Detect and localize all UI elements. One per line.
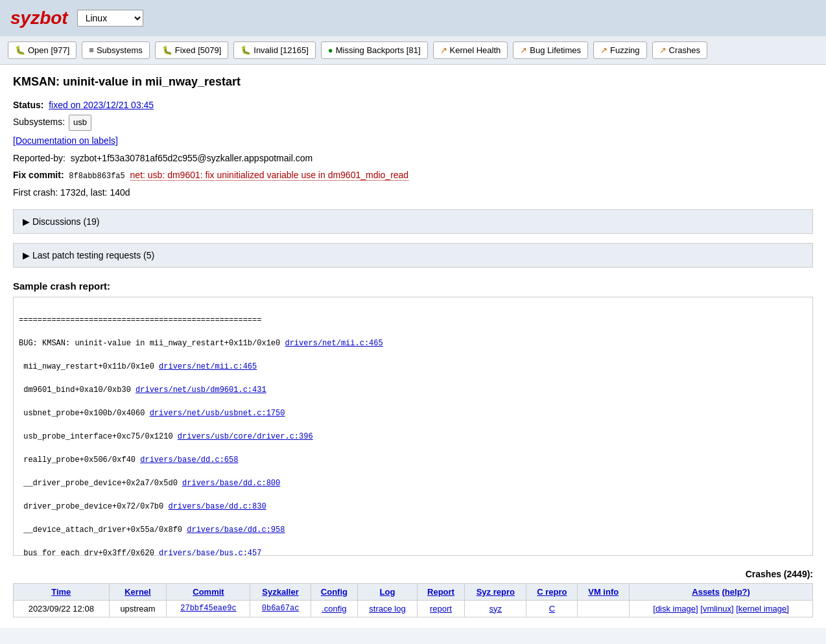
site-logo[interactable]: syzbot xyxy=(10,8,68,29)
sample-crash-section: Sample crash report: ===================… xyxy=(13,281,813,556)
nav-subsystems[interactable]: ≡ Subsystems xyxy=(82,41,149,59)
reported-by-label: Reported-by: xyxy=(13,153,65,163)
cell-config: .config xyxy=(311,600,358,617)
fix-commit-hash: 8f8abb863fa5 xyxy=(69,172,124,181)
col-syzkaller-link[interactable]: Syzkaller xyxy=(262,587,298,597)
commit-link-main[interactable]: 27bbf45eae9c xyxy=(180,604,236,613)
discussions-header[interactable]: ▶ Discussions (19) xyxy=(14,210,812,233)
main-content: KMSAN: uninit-value in mii_nway_restart … xyxy=(0,65,826,628)
report-link[interactable]: report xyxy=(430,604,452,614)
syz-repro-link[interactable]: syz xyxy=(490,604,502,614)
col-assets-help[interactable]: (help?) xyxy=(722,587,750,597)
patch-testing-header[interactable]: ▶ Last patch testing requests (5) xyxy=(14,244,812,267)
status-label: Status: xyxy=(13,100,43,110)
first-last-crash: First crash: 1732d, last: 140d xyxy=(13,185,813,200)
cell-assets: [disk image] [vmlinux] [kernel image] xyxy=(630,600,813,617)
nav-fixed[interactable]: 🐛 Fixed [5079] xyxy=(155,41,229,59)
col-log-link[interactable]: Log xyxy=(380,587,395,597)
col-commit[interactable]: Commit xyxy=(167,583,250,600)
nav-invalid-label: Invalid [12165] xyxy=(254,45,309,55)
chart-bl-icon: ↗ xyxy=(520,45,527,55)
reported-by-row: Reported-by: syzbot+1f53a30781af65d2c955… xyxy=(13,151,813,165)
crash-link-2[interactable]: drivers/net/mii.c:465 xyxy=(159,362,257,371)
fix-commit-label: Fix commit: xyxy=(13,170,64,180)
crash-code-block: ========================================… xyxy=(13,297,813,556)
status-link[interactable]: fixed on 2023/12/21 03:45 xyxy=(49,100,154,110)
nav-bug-lifetimes[interactable]: ↗ Bug Lifetimes xyxy=(513,41,588,59)
table-row: 2023/09/22 12:08 upstream 27bbf45eae9c 0… xyxy=(14,600,813,617)
col-commit-link[interactable]: Commit xyxy=(193,587,224,597)
nav-bug-lifetimes-label: Bug Lifetimes xyxy=(530,45,581,55)
nav-crashes[interactable]: ↗ Crashes xyxy=(652,41,707,59)
discussions-section: ▶ Discussions (19) xyxy=(13,209,813,234)
col-log[interactable]: Log xyxy=(358,583,418,600)
syzkaller-link[interactable]: 0b6a67ac xyxy=(262,604,300,613)
crash-line-6: usb_probe_interface+0xc75/0x1210 drivers… xyxy=(19,431,807,443)
nav-subsystems-label: Subsystems xyxy=(97,45,143,55)
page-title: KMSAN: uninit-value in mii_nway_restart xyxy=(13,75,813,89)
navbar: 🐛 Open [977] ≡ Subsystems 🐛 Fixed [5079]… xyxy=(0,36,826,65)
crash-line-4: dm9601_bind+0xa10/0xb30 drivers/net/usb/… xyxy=(19,384,807,396)
crash-line-11: bus_for_each_drv+0x3ff/0x620 drivers/bas… xyxy=(19,547,807,556)
crash-line-2: BUG: KMSAN: uninit-value in mii_nway_res… xyxy=(19,338,807,349)
col-syz-repro[interactable]: Syz repro xyxy=(465,583,526,600)
patch-testing-label: ▶ Last patch testing requests (5) xyxy=(23,250,154,260)
disk-image-link[interactable]: [disk image] xyxy=(653,604,698,614)
chart-kh-icon: ↗ xyxy=(440,45,447,55)
list-icon: ≡ xyxy=(89,45,94,55)
cell-vm-info xyxy=(578,600,630,617)
os-selector[interactable]: Linux FreeBSD NetBSD OpenBSD Fuchsia xyxy=(77,10,143,27)
nav-missing-backports[interactable]: ● Missing Backports [81] xyxy=(321,41,428,59)
col-time[interactable]: Time xyxy=(14,583,110,600)
col-vm-info-link[interactable]: VM info xyxy=(588,587,619,597)
nav-open[interactable]: 🐛 Open [977] xyxy=(8,41,77,59)
chart-fz-icon: ↗ xyxy=(600,45,608,55)
header: syzbot Linux FreeBSD NetBSD OpenBSD Fuch… xyxy=(0,0,826,36)
nav-fuzzing[interactable]: ↗ Fuzzing xyxy=(593,41,647,59)
config-link[interactable]: .config xyxy=(322,604,346,614)
crash-link-5[interactable]: drivers/usb/core/driver.c:396 xyxy=(178,432,313,441)
cell-time: 2023/09/22 12:08 xyxy=(14,600,110,617)
col-c-repro-link[interactable]: C repro xyxy=(537,587,567,597)
cell-report: report xyxy=(417,600,465,617)
bug-icon: 🐛 xyxy=(15,45,25,55)
docs-row: [Documentation on labels] xyxy=(13,133,813,148)
crash-line-3: mii_nway_restart+0x11b/0x1e0 drivers/net… xyxy=(19,361,807,373)
col-time-link[interactable]: Time xyxy=(51,587,71,597)
crash-link-1[interactable]: drivers/net/mii.c:465 xyxy=(285,339,383,348)
crash-link-6[interactable]: drivers/base/dd.c:658 xyxy=(140,455,238,465)
c-repro-link[interactable]: C xyxy=(549,604,555,614)
col-report[interactable]: Report xyxy=(417,583,465,600)
nav-open-label: Open [977] xyxy=(28,45,69,55)
col-config-link[interactable]: Config xyxy=(321,587,348,597)
subsystem-tag[interactable]: usb xyxy=(69,115,91,131)
col-syz-repro-link[interactable]: Syz repro xyxy=(477,587,515,597)
col-assets[interactable]: Assets (help?) xyxy=(630,583,813,600)
col-assets-link[interactable]: Assets xyxy=(692,587,720,597)
crash-link-10[interactable]: drivers/base/bus.c:457 xyxy=(159,549,261,556)
col-kernel[interactable]: Kernel xyxy=(109,583,167,600)
col-config[interactable]: Config xyxy=(311,583,358,600)
docs-link[interactable]: [Documentation on labels] xyxy=(13,135,118,146)
log-strace-link[interactable]: strace log xyxy=(369,604,405,614)
nav-fixed-label: Fixed [5079] xyxy=(175,45,222,55)
bug-fixed-icon: 🐛 xyxy=(162,45,172,55)
col-kernel-link[interactable]: Kernel xyxy=(124,587,150,597)
crash-link-9[interactable]: drivers/base/dd.c:958 xyxy=(187,525,285,535)
col-c-repro[interactable]: C repro xyxy=(526,583,578,600)
col-report-link[interactable]: Report xyxy=(427,587,454,597)
crash-link-3[interactable]: drivers/net/usb/dm9601.c:431 xyxy=(136,385,266,395)
nav-invalid[interactable]: 🐛 Invalid [12165] xyxy=(233,41,316,59)
col-vm-info[interactable]: VM info xyxy=(578,583,630,600)
vmlinux-link[interactable]: [vmlinux] xyxy=(700,604,733,614)
table-header-row: Time Kernel Commit Syzkaller Config Log … xyxy=(14,583,813,600)
crash-link-7[interactable]: drivers/base/dd.c:800 xyxy=(182,479,280,488)
dot-icon: ● xyxy=(328,45,333,55)
crash-link-8[interactable]: drivers/base/dd.c:830 xyxy=(168,502,266,511)
crash-link-4[interactable]: drivers/net/usb/usbnet.c:1750 xyxy=(150,409,285,418)
kernel-image-link[interactable]: [kernel image] xyxy=(736,604,789,614)
crash-line-1: ========================================… xyxy=(19,314,807,326)
col-syzkaller[interactable]: Syzkaller xyxy=(250,583,311,600)
nav-kernel-health[interactable]: ↗ Kernel Health xyxy=(433,41,508,59)
fix-commit-link[interactable]: net: usb: dm9601: fix uninitialized vari… xyxy=(130,170,409,181)
